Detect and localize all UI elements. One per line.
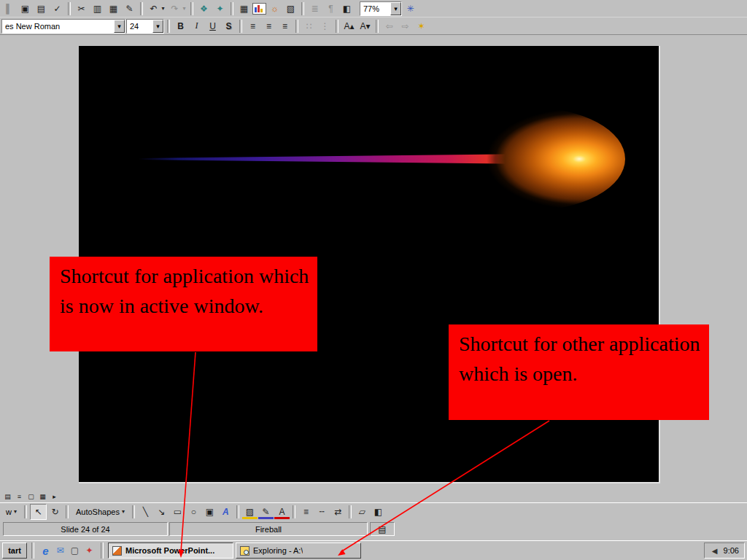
new-slide-icon[interactable]: ▧ <box>283 1 298 16</box>
draw-menu-button[interactable]: w <box>1 505 21 519</box>
demote-button[interactable]: ⇨ <box>398 19 413 34</box>
zoom-combo[interactable]: 77% <box>360 1 402 16</box>
start-button[interactable]: tart <box>2 542 27 559</box>
grayscale-preview-icon[interactable]: ◧ <box>339 1 355 16</box>
web-toolbar-icon[interactable]: ✦ <box>212 1 228 16</box>
office-assistant-icon[interactable]: ✳ <box>403 1 418 16</box>
align-left-button[interactable]: ≡ <box>245 19 260 34</box>
toolbar-separator <box>239 20 242 33</box>
toolbar-separator <box>140 2 143 15</box>
task-button-explorer[interactable]: Exploring - A:\ <box>236 542 361 559</box>
shadow-icon[interactable]: ▱ <box>355 505 370 519</box>
outlook-express-icon[interactable]: ✉ <box>53 544 67 558</box>
italic-button[interactable]: I <box>189 19 204 34</box>
toolbar-separator <box>336 20 338 33</box>
dash-style-icon[interactable]: ╌ <box>314 505 330 519</box>
powerpoint-window: ▌▣▤✓✂▥▦✎↶▾↷▾❖✦▦☼▧≣¶◧ 77% ✳ es New Roman … <box>0 0 747 560</box>
align-center-button[interactable]: ≡ <box>261 19 276 34</box>
decrease-font-size-button[interactable]: A▾ <box>357 19 373 34</box>
redo-icon[interactable]: ↷ <box>167 1 182 16</box>
autoshapes-button[interactable]: AutoShapes <box>71 505 129 519</box>
taskbar: tart e✉▢✦ Microsoft PowerPoint... Explor… <box>0 540 747 560</box>
chevron-down-icon[interactable] <box>152 20 163 33</box>
view-buttons-bar: ▤≡▢▦▸ <box>0 490 747 502</box>
toolbar-separator <box>293 505 295 518</box>
numbering-button[interactable]: ⋮ <box>317 19 333 34</box>
insert-table-icon[interactable]: ▦ <box>236 1 252 16</box>
redo-dropdown-icon[interactable]: ▾ <box>181 1 187 16</box>
standard-toolbar: ▌▣▤✓✂▥▦✎↶▾↷▾❖✦▦☼▧≣¶◧ 77% ✳ <box>0 0 747 18</box>
cut-icon[interactable]: ✂ <box>74 1 89 16</box>
design-template-panel[interactable]: Fireball <box>169 522 368 536</box>
toolbar-separator <box>295 20 298 33</box>
align-right-button[interactable]: ≡ <box>277 19 293 34</box>
callout-active-window[interactable]: Shortcut for application which is now in… <box>50 257 317 351</box>
print-icon[interactable]: ▤ <box>34 1 49 16</box>
spelling-status-panel: ▤ <box>370 522 395 536</box>
underline-button[interactable]: U <box>205 19 220 34</box>
rectangle-icon[interactable]: ▭ <box>170 505 185 519</box>
line-color-icon[interactable]: ✎ <box>258 505 274 519</box>
slide-view-button[interactable]: ▢ <box>26 491 36 502</box>
slide-sorter-view-button[interactable]: ▦ <box>37 491 48 502</box>
font-name-combo[interactable]: es New Roman <box>1 19 125 34</box>
formatting-toolbar-icons: BIUS≡≡≡∷⋮A▴A▾⇦⇨✶ <box>173 19 429 34</box>
undo-icon[interactable]: ↶ <box>146 1 161 16</box>
arrow-style-icon[interactable]: ⇄ <box>330 505 346 519</box>
toolbar-separator <box>24 505 27 518</box>
bold-button[interactable]: B <box>173 19 188 34</box>
animation-effects-button[interactable]: ✶ <box>414 19 429 34</box>
normal-view-button[interactable]: ▤ <box>2 491 13 502</box>
design-template-text: Fireball <box>255 525 282 534</box>
insert-chart-icon[interactable] <box>252 3 266 15</box>
free-rotate-icon[interactable]: ↻ <box>47 505 63 519</box>
copy-icon[interactable]: ▥ <box>90 1 105 16</box>
line-style-icon[interactable]: ≡ <box>298 505 314 519</box>
spelling-status-icon[interactable]: ▤ <box>375 522 390 537</box>
taskbar-separator <box>31 542 34 559</box>
select-objects-icon[interactable]: ↖ <box>30 504 47 520</box>
task-button-powerpoint[interactable]: Microsoft PowerPoint... <box>108 542 233 559</box>
text-shadow-button[interactable]: S <box>221 19 236 34</box>
increase-font-size-button[interactable]: A▴ <box>341 19 357 34</box>
line-icon[interactable]: ╲ <box>138 505 153 519</box>
arrow-icon[interactable]: ↘ <box>154 505 169 519</box>
expand-all-icon[interactable]: ≣ <box>307 1 322 16</box>
spelling-icon[interactable]: ✓ <box>50 1 65 16</box>
paste-icon[interactable]: ▦ <box>106 1 121 16</box>
outline-view-button[interactable]: ≡ <box>14 491 25 502</box>
save-icon[interactable]: ▣ <box>18 1 33 16</box>
font-color-icon[interactable]: A <box>274 505 290 519</box>
quick-launch-bar: e✉▢✦ <box>39 544 96 558</box>
show-desktop-icon[interactable]: ▢ <box>68 544 82 558</box>
powerpoint-icon <box>112 546 122 556</box>
slide-show-button[interactable]: ▸ <box>49 491 60 502</box>
callout-other-application[interactable]: Shortcut for other application which is … <box>449 324 709 420</box>
bullets-button[interactable]: ∷ <box>301 19 317 34</box>
text-box-icon[interactable]: ▣ <box>202 505 217 519</box>
word-art-icon[interactable]: A <box>218 505 233 519</box>
drawing-toolbar-left-icons: ↖↻ <box>22 504 71 520</box>
promote-button[interactable]: ⇦ <box>382 19 397 34</box>
font-size-combo[interactable]: 24 <box>126 19 164 34</box>
volume-icon[interactable]: ◀ <box>710 543 720 558</box>
internet-explorer-icon[interactable]: e <box>39 544 53 558</box>
font-name-value: es New Roman <box>5 22 60 31</box>
insert-clipart-icon[interactable]: ☼ <box>267 1 282 16</box>
channels-icon[interactable]: ✦ <box>82 544 96 558</box>
status-bar: Slide 24 of 24 Fireball ▤ <box>0 520 747 539</box>
standard-toolbar-right-icons: ✳ <box>403 1 418 16</box>
toolbar-separator <box>349 505 352 518</box>
format-painter-icon[interactable]: ✎ <box>122 1 137 16</box>
chevron-down-icon[interactable] <box>390 2 401 15</box>
undo-dropdown-icon[interactable]: ▾ <box>160 1 166 16</box>
view-buttons: ▤≡▢▦▸ <box>2 491 60 502</box>
fill-color-icon[interactable]: ▨ <box>242 505 258 519</box>
show-formatting-icon[interactable]: ¶ <box>323 1 338 16</box>
3d-icon[interactable]: ◧ <box>371 505 386 519</box>
insert-hyperlink-icon[interactable]: ❖ <box>196 1 212 16</box>
chevron-down-icon[interactable] <box>114 20 125 33</box>
fireball-head <box>434 107 625 211</box>
toolbar-separator <box>231 2 233 15</box>
oval-icon[interactable]: ○ <box>186 505 201 519</box>
